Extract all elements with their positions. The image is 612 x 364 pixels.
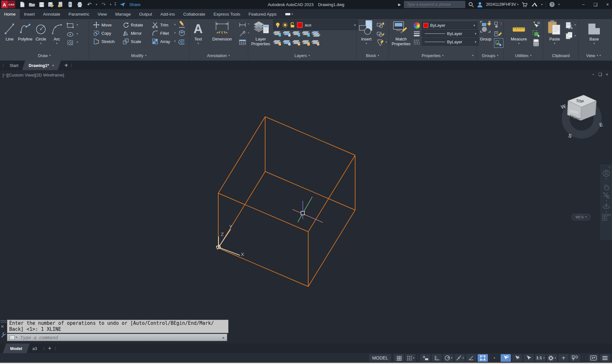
search-icon[interactable] [468, 2, 474, 7]
file-tab-drawing1[interactable]: Drawing1* × [22, 61, 61, 70]
orbit-dropdown-icon[interactable]: ▾ [606, 211, 607, 214]
new-file-icon[interactable] [19, 1, 26, 8]
help-dropdown-icon[interactable]: ▾ [558, 3, 560, 6]
autodesk-dropdown-icon[interactable]: ▾ [541, 3, 543, 6]
ribbon-tab-insert[interactable]: Insert [20, 9, 39, 19]
copy-clip-icon[interactable] [565, 32, 573, 40]
layer-lock-icon[interactable] [302, 31, 310, 36]
open-from-web-icon[interactable] [57, 1, 64, 8]
properties-panel-label[interactable]: Properties▾ [389, 52, 477, 59]
customization-menu-button[interactable] [600, 354, 610, 362]
view-expand-icon[interactable]: ▾ [599, 54, 602, 57]
ribbon-tab-collaborate[interactable]: Collaborate [179, 9, 209, 19]
circle-tool[interactable]: Circle ▾ [34, 20, 48, 45]
navigation-wheel-button[interactable]: ▾ [602, 169, 611, 181]
layer-freeze-icon[interactable] [293, 31, 300, 36]
viewcube[interactable]: W N E S TOP FRONT [555, 90, 609, 154]
qat-customize-icon[interactable]: ▾ [115, 3, 116, 6]
modify-panel-label[interactable]: Modify▾ [89, 52, 189, 59]
undo-dropdown-icon[interactable]: ▾ [96, 3, 97, 6]
select-similar-icon[interactable] [532, 30, 540, 38]
app-store-cart-icon[interactable] [522, 2, 528, 7]
ellipse-tool-icon[interactable] [66, 31, 74, 38]
arc-dropdown-icon[interactable]: ▾ [50, 42, 64, 45]
help-icon[interactable]: ? [549, 2, 555, 7]
move-tool[interactable]: Move [93, 21, 112, 29]
write-block-icon[interactable] [377, 30, 384, 38]
autodesk-logo-icon[interactable] [531, 2, 538, 7]
lineweight-caret-icon[interactable]: ▾ [473, 32, 478, 35]
insert-block-button[interactable]: Insert ▾ [358, 20, 375, 45]
fillet-tool[interactable]: Fillet [152, 29, 169, 37]
layer-match-icon[interactable] [283, 40, 290, 45]
layer-select-dropdown[interactable]: aux ▾ [273, 20, 358, 30]
copy-clip-dropdown-icon[interactable]: ▾ [574, 34, 576, 37]
ribbon-tab-express-tools[interactable]: Express Tools [209, 9, 244, 19]
line-tool[interactable]: Line [3, 20, 17, 41]
command-history[interactable]: Enter the number of operations to undo o… [7, 320, 228, 333]
infer-constraints-toggle[interactable] [420, 354, 430, 362]
command-close-icon[interactable]: ✕ [1, 324, 6, 329]
table-tool-icon[interactable] [239, 38, 246, 46]
linear-dimension-icon[interactable] [239, 21, 246, 29]
account-id[interactable]: 20241129FHF3V ▾ [486, 2, 519, 7]
insert-dropdown-icon[interactable]: ▾ [358, 42, 375, 45]
layout-tab-model[interactable]: Model [3, 344, 29, 353]
leader-tool-icon[interactable] [239, 30, 246, 38]
drawing1-tab-close-icon[interactable]: × [52, 63, 54, 68]
copy-tool[interactable]: Copy [93, 29, 111, 37]
command-prompt-icon[interactable]: ›_ [9, 335, 15, 340]
navwheel-dropdown-icon[interactable]: ▾ [606, 178, 607, 181]
circle-dropdown-icon[interactable]: ▾ [34, 42, 48, 45]
erase-tool-icon[interactable] [178, 20, 186, 28]
block-editor-dropdown-icon[interactable]: ▾ [385, 41, 387, 44]
search-input[interactable] [406, 2, 463, 7]
paste-button[interactable]: Paste ▾ [546, 20, 563, 45]
ortho-mode-toggle[interactable] [432, 354, 442, 362]
account-avatar-icon[interactable] [477, 2, 483, 7]
new-layout-icon[interactable]: + [48, 345, 51, 352]
object-snap-tracking-toggle[interactable]: ▾ [455, 354, 465, 362]
quick-calculator-icon[interactable] [532, 39, 540, 47]
share-label[interactable]: Share [130, 2, 141, 7]
isolate-objects-button[interactable] [570, 354, 580, 362]
layer-off-icon[interactable] [274, 31, 281, 36]
model-space-toggle[interactable]: MODEL [369, 354, 392, 362]
plus-customization-button[interactable]: + [558, 354, 569, 362]
rectangle-tool-icon[interactable] [66, 22, 74, 29]
linetype-dropdown[interactable]: ByLayer ▾ [422, 38, 479, 46]
trim-tool[interactable]: Trim [152, 21, 168, 29]
trim-dropdown-icon[interactable]: ▾ [174, 23, 176, 26]
rotate-tool[interactable]: Rotate [123, 21, 143, 29]
command-customize-wrench-icon[interactable] [1, 332, 6, 338]
quick-select-icon[interactable] [532, 21, 540, 29]
open-file-icon[interactable] [29, 1, 35, 8]
layer-unlock-icon[interactable] [290, 22, 295, 28]
ribbon-display-toggle[interactable]: ▾ [285, 9, 293, 19]
lineweight-dropdown[interactable]: ByLayer ▾ [422, 30, 479, 37]
layer-sun-icon[interactable] [282, 22, 288, 28]
paste-dropdown-icon[interactable]: ▾ [546, 42, 563, 45]
workspace-switching[interactable]: ▾ [547, 354, 557, 362]
hatch-tool-icon[interactable] [66, 39, 74, 47]
help-search-box[interactable] [404, 1, 465, 8]
zoom-extents-button[interactable]: ▾ [602, 191, 610, 202]
layer-thaw-icon[interactable] [293, 40, 300, 45]
group-button[interactable]: Group [478, 20, 493, 41]
workspace-dropdown-icon[interactable]: ▾ [555, 357, 556, 360]
groups-panel-label[interactable]: Groups▾ [477, 52, 504, 59]
navbar-close-icon[interactable]: ✕ [608, 165, 611, 169]
ribbon-tab-view[interactable]: View [93, 9, 111, 19]
ribbon-tab-featured-apps[interactable]: Featured Apps [244, 9, 281, 19]
explode-tool-icon[interactable] [178, 29, 186, 37]
grid-display-toggle[interactable] [394, 354, 404, 362]
redo-icon[interactable]: ↷ [101, 1, 107, 8]
snap-dropdown-icon[interactable]: ▾ [413, 357, 414, 360]
object-snap-toggle[interactable] [478, 354, 488, 362]
match-properties-button[interactable]: Match Properties [390, 20, 412, 46]
dimension-tool[interactable]: Dimension [206, 20, 238, 41]
drawing-canvas[interactable]: [−][Custom View][2D Wireframe] − ❑ × Z Y… [0, 70, 612, 344]
stretch-tool[interactable]: Stretch [93, 38, 115, 45]
object-color-dropdown[interactable]: ByLayer ▾ [422, 22, 477, 29]
layer-isolate-icon[interactable] [283, 31, 290, 36]
